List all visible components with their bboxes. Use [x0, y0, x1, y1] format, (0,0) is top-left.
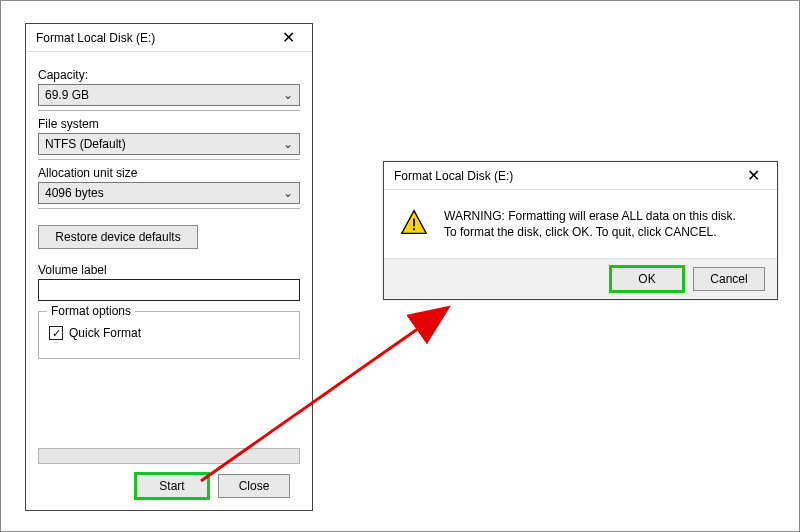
dialog-content: Capacity: 69.9 GB ⌄ File system NTFS (De…	[26, 52, 312, 510]
start-button[interactable]: Start	[136, 474, 208, 498]
capacity-value: 69.9 GB	[45, 88, 283, 102]
ok-button[interactable]: OK	[611, 267, 683, 291]
svg-rect-2	[413, 228, 415, 230]
volume-label-input[interactable]	[38, 279, 300, 301]
close-button-label: Close	[239, 479, 270, 493]
titlebar: Format Local Disk (E:) ✕	[26, 24, 312, 52]
restore-defaults-label: Restore device defaults	[55, 230, 180, 244]
quick-format-label: Quick Format	[69, 326, 141, 340]
close-icon[interactable]: ✕	[270, 26, 306, 50]
format-options-group: Format options ✓ Quick Format	[38, 311, 300, 359]
chevron-down-icon: ⌄	[283, 186, 293, 200]
close-button[interactable]: Close	[218, 474, 290, 498]
progress-bar	[38, 448, 300, 464]
svg-rect-1	[413, 219, 415, 227]
cancel-button[interactable]: Cancel	[693, 267, 765, 291]
divider	[38, 208, 300, 209]
quick-format-row[interactable]: ✓ Quick Format	[49, 326, 289, 340]
capacity-label: Capacity:	[38, 68, 300, 82]
titlebar: Format Local Disk (E:) ✕	[384, 162, 777, 190]
restore-defaults-button[interactable]: Restore device defaults	[38, 225, 198, 249]
divider	[38, 110, 300, 111]
filesystem-label: File system	[38, 117, 300, 131]
filesystem-value: NTFS (Default)	[45, 137, 283, 151]
filesystem-select[interactable]: NTFS (Default) ⌄	[38, 133, 300, 155]
confirm-message-line1: WARNING: Formatting will erase ALL data …	[444, 208, 736, 224]
confirm-message-line2: To format the disk, click OK. To quit, c…	[444, 224, 736, 240]
confirm-body: WARNING: Formatting will erase ALL data …	[384, 190, 777, 258]
confirm-dialog: Format Local Disk (E:) ✕ WARNING: Format…	[383, 161, 778, 300]
allocation-select[interactable]: 4096 bytes ⌄	[38, 182, 300, 204]
confirm-message: WARNING: Formatting will erase ALL data …	[444, 208, 736, 240]
volume-label-label: Volume label	[38, 263, 300, 277]
dialog-footer: Start Close	[38, 464, 300, 510]
allocation-value: 4096 bytes	[45, 186, 283, 200]
window-title: Format Local Disk (E:)	[394, 169, 735, 183]
chevron-down-icon: ⌄	[283, 88, 293, 102]
divider	[38, 159, 300, 160]
format-options-label: Format options	[47, 304, 135, 318]
chevron-down-icon: ⌄	[283, 137, 293, 151]
quick-format-checkbox[interactable]: ✓	[49, 326, 63, 340]
capacity-select[interactable]: 69.9 GB ⌄	[38, 84, 300, 106]
cancel-button-label: Cancel	[710, 272, 747, 286]
start-button-label: Start	[159, 479, 184, 493]
warning-icon	[400, 208, 432, 240]
ok-button-label: OK	[638, 272, 655, 286]
allocation-label: Allocation unit size	[38, 166, 300, 180]
format-dialog: Format Local Disk (E:) ✕ Capacity: 69.9 …	[25, 23, 313, 511]
confirm-footer: OK Cancel	[384, 258, 777, 299]
window-title: Format Local Disk (E:)	[36, 31, 270, 45]
close-icon[interactable]: ✕	[735, 164, 771, 188]
